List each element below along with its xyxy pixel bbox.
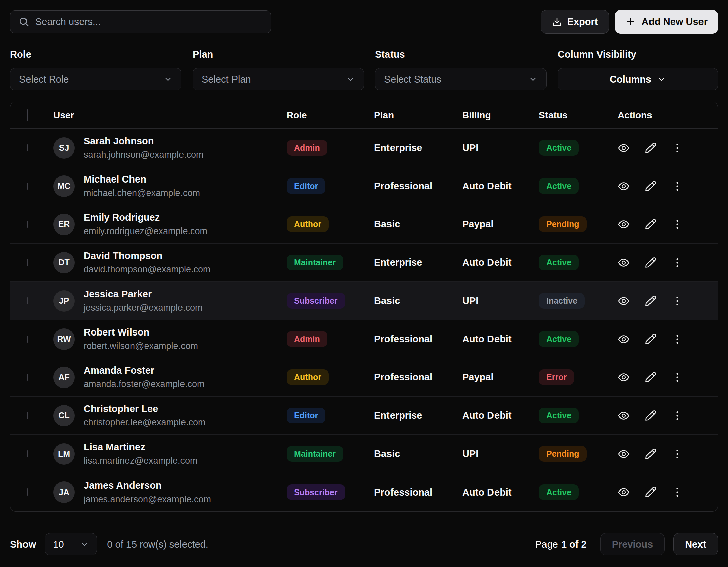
more-actions-button[interactable] (671, 295, 683, 307)
edit-button[interactable] (644, 142, 657, 154)
role-badge: Subscriber (287, 293, 345, 309)
view-button[interactable] (618, 333, 630, 345)
header-user: User (53, 110, 287, 121)
billing-cell: Auto Debit (462, 181, 539, 192)
page-size-select[interactable]: 10 (45, 533, 97, 555)
more-actions-button[interactable] (671, 486, 683, 498)
view-button[interactable] (618, 486, 630, 498)
user-name: Robert Wilson (84, 327, 198, 338)
row-checkbox[interactable] (27, 221, 28, 228)
role-badge: Editor (287, 178, 325, 194)
row-checkbox[interactable] (27, 297, 28, 304)
table-row[interactable]: DT David Thompson david.thompson@example… (10, 244, 718, 282)
view-button[interactable] (618, 448, 630, 460)
table-row[interactable]: CL Christopher Lee christopher.lee@examp… (10, 397, 718, 435)
row-checkbox[interactable] (27, 183, 28, 190)
view-button[interactable] (618, 295, 630, 307)
kebab-vertical-icon (671, 410, 683, 422)
actions-cell (618, 371, 718, 383)
add-new-user-button[interactable]: Add New User (615, 10, 718, 34)
role-badge: Maintainer (287, 446, 343, 462)
user-name: Emily Rodriguez (84, 212, 207, 223)
edit-button[interactable] (644, 410, 657, 422)
plan-select[interactable]: Select Plan (193, 68, 364, 90)
edit-button[interactable] (644, 257, 657, 269)
view-button[interactable] (618, 371, 630, 383)
user-name: James Anderson (84, 480, 211, 491)
more-actions-button[interactable] (671, 180, 683, 192)
table-row[interactable]: LM Lisa Martinez lisa.martinez@example.c… (10, 435, 718, 473)
more-actions-button[interactable] (671, 218, 683, 230)
eye-icon (618, 333, 630, 345)
user-name: Lisa Martinez (84, 442, 198, 453)
row-checkbox[interactable] (27, 336, 28, 343)
view-button[interactable] (618, 257, 630, 269)
eye-icon (618, 295, 630, 307)
table-row[interactable]: AF Amanda Foster amanda.foster@example.c… (10, 358, 718, 397)
user-cell: LM Lisa Martinez lisa.martinez@example.c… (53, 442, 287, 466)
user-name: Christopher Lee (84, 403, 206, 414)
columns-button[interactable]: Columns (558, 68, 718, 90)
avatar: JA (53, 481, 75, 503)
table-row[interactable]: MC Michael Chen michael.chen@example.com… (10, 167, 718, 205)
role-badge: Subscriber (287, 484, 345, 500)
user-cell: RW Robert Wilson robert.wilson@example.c… (53, 327, 287, 351)
more-actions-button[interactable] (671, 142, 683, 154)
more-actions-button[interactable] (671, 257, 683, 269)
pencil-icon (644, 333, 657, 345)
more-actions-button[interactable] (671, 371, 683, 383)
plan-cell: Basic (374, 219, 462, 230)
more-actions-button[interactable] (671, 448, 683, 460)
table-row[interactable]: ER Emily Rodriguez emily.rodriguez@examp… (10, 205, 718, 244)
edit-button[interactable] (644, 218, 657, 230)
user-name: Amanda Foster (84, 365, 205, 376)
table-row[interactable]: JP Jessica Parker jessica.parker@example… (10, 282, 718, 320)
user-email: michael.chen@example.com (84, 188, 200, 198)
edit-button[interactable] (644, 295, 657, 307)
status-filter-label: Status (375, 49, 547, 60)
row-checkbox[interactable] (27, 450, 28, 457)
edit-button[interactable] (644, 486, 657, 498)
pencil-icon (644, 371, 657, 383)
role-select[interactable]: Select Role (10, 68, 181, 90)
kebab-vertical-icon (671, 142, 683, 154)
view-button[interactable] (618, 142, 630, 154)
row-checkbox[interactable] (27, 144, 28, 151)
export-button[interactable]: Export (541, 10, 609, 34)
plan-cell: Basic (374, 295, 462, 306)
more-actions-button[interactable] (671, 410, 683, 422)
edit-button[interactable] (644, 180, 657, 192)
status-badge: Active (539, 255, 579, 270)
user-email: sarah.johnson@example.com (84, 150, 204, 160)
edit-button[interactable] (644, 371, 657, 383)
user-email: robert.wilson@example.com (84, 341, 198, 351)
page-value: 1 of 2 (561, 539, 587, 550)
footer-right: Page1 of 2 Previous Next (535, 533, 718, 555)
table-row[interactable]: RW Robert Wilson robert.wilson@example.c… (10, 320, 718, 358)
previous-page-button[interactable]: Previous (600, 533, 665, 555)
avatar: CL (53, 405, 75, 426)
plan-cell: Enterprise (374, 257, 462, 268)
view-button[interactable] (618, 218, 630, 230)
user-name: Michael Chen (84, 174, 200, 185)
edit-button[interactable] (644, 333, 657, 345)
row-checkbox[interactable] (27, 374, 28, 381)
add-new-user-label: Add New User (641, 16, 708, 28)
more-actions-button[interactable] (671, 333, 683, 345)
view-button[interactable] (618, 180, 630, 192)
table-footer: Show 10 0 of 15 row(s) selected. Page1 o… (10, 533, 718, 555)
status-select[interactable]: Select Status (375, 68, 547, 90)
search-input[interactable] (35, 16, 263, 28)
row-checkbox[interactable] (27, 259, 28, 266)
status-badge: Active (539, 178, 579, 194)
table-row[interactable]: JA James Anderson james.anderson@example… (10, 473, 718, 511)
next-page-button[interactable]: Next (673, 533, 718, 555)
view-button[interactable] (618, 410, 630, 422)
select-all-checkbox[interactable] (27, 109, 28, 121)
edit-button[interactable] (644, 448, 657, 460)
row-checkbox[interactable] (27, 412, 28, 419)
actions-cell (618, 257, 718, 269)
table-row[interactable]: SJ Sarah Johnson sarah.johnson@example.c… (10, 129, 718, 167)
row-checkbox[interactable] (27, 488, 28, 496)
search-box[interactable] (10, 10, 271, 33)
